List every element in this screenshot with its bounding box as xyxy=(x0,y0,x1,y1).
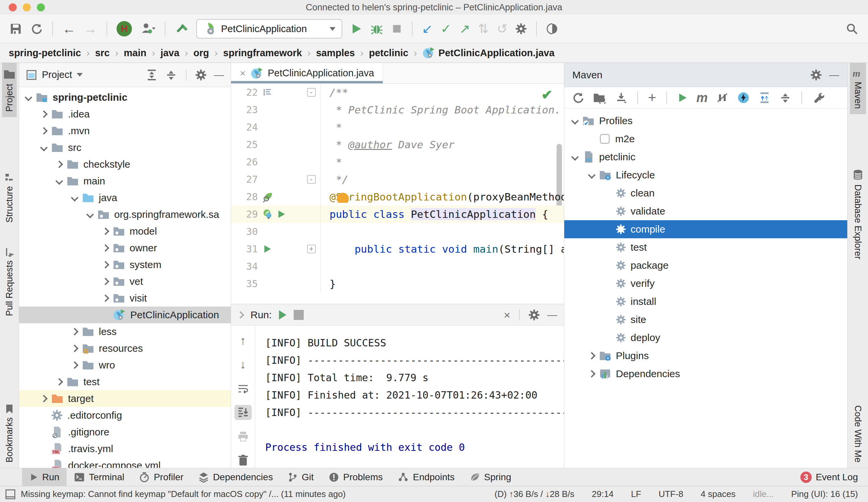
tree-item-target[interactable]: target xyxy=(19,390,231,407)
tree-item-src[interactable]: src xyxy=(19,139,231,156)
add-maven-project-icon[interactable]: + xyxy=(648,91,657,105)
scroll-to-end-icon[interactable] xyxy=(235,405,252,420)
stripe-tab-pull-requests[interactable]: Pull Requests xyxy=(3,242,16,322)
tree-chevron-icon[interactable] xyxy=(71,194,79,202)
tree-chevron-icon[interactable] xyxy=(102,228,110,235)
breadcrumb-item[interactable]: petclinic xyxy=(369,48,409,59)
stripe-tab-maven[interactable]: mMaven xyxy=(850,63,866,114)
tree-item-lifecycle[interactable]: Lifecycle xyxy=(564,166,847,184)
user-dropdown-icon[interactable] xyxy=(140,22,155,35)
code-text[interactable]: * PetClinic Spring Boot Application. xyxy=(321,104,564,116)
spring-bean-gutter-icon[interactable] xyxy=(262,209,274,220)
tree-item-owner[interactable]: owner xyxy=(19,240,231,257)
editor-line[interactable]: 27- */ xyxy=(231,171,564,188)
code-text[interactable]: /** xyxy=(321,86,564,98)
tree-item--idea[interactable]: .idea xyxy=(19,106,231,123)
hide-panel-icon[interactable]: — xyxy=(214,70,224,80)
editor-line[interactable]: 26 * xyxy=(231,153,564,171)
tree-chevron-icon[interactable] xyxy=(71,362,79,369)
scroll-down-icon[interactable]: ↓ xyxy=(235,357,252,373)
tree-chevron-icon[interactable] xyxy=(588,171,596,179)
tree-item-model[interactable]: model xyxy=(19,223,231,240)
push-icon[interactable]: ↗ xyxy=(459,22,470,35)
tree-item--gitignore[interactable]: .gitignore xyxy=(19,424,231,440)
run-settings-gear-icon[interactable] xyxy=(528,309,540,321)
toolwindow-tab-terminal[interactable]: Terminal xyxy=(66,468,132,486)
code-text[interactable]: public class PetClinicApplication { xyxy=(321,208,564,220)
code-editor[interactable]: ✔ 22-/**23 * PetClinic Spring Boot Appli… xyxy=(231,84,564,304)
editor-line[interactable]: 34 xyxy=(231,258,564,275)
tree-item-test[interactable]: test xyxy=(19,374,231,390)
tree-chevron-icon[interactable] xyxy=(102,244,110,252)
breadcrumb-item[interactable]: java xyxy=(161,48,179,59)
run-maven-goal-icon[interactable] xyxy=(677,92,688,103)
stripe-tab-structure[interactable]: Structure xyxy=(3,167,16,228)
stripe-tab-code-with-me[interactable]: Code With Me xyxy=(851,397,864,468)
close-run-panel-icon[interactable]: × xyxy=(504,309,510,321)
tree-chevron-icon[interactable] xyxy=(40,127,48,135)
tree-item-verify[interactable]: verify xyxy=(564,274,847,293)
tree-item-package[interactable]: package xyxy=(564,257,847,274)
maven-settings-gear-icon[interactable] xyxy=(810,69,822,81)
stop-button[interactable] xyxy=(391,23,403,34)
settings-gear-icon[interactable] xyxy=(515,23,527,34)
status-item[interactable]: UTF-8 xyxy=(659,489,683,499)
breadcrumb-item[interactable]: main xyxy=(124,48,146,59)
toolwindow-tab-git[interactable]: Git xyxy=(280,468,321,486)
tree-chevron-icon[interactable] xyxy=(102,278,110,285)
tree-item-dependencies[interactable]: Dependencies xyxy=(564,365,847,383)
update-project-icon[interactable]: ↙ xyxy=(422,22,433,35)
debug-button[interactable] xyxy=(370,22,383,35)
download-sources-icon[interactable] xyxy=(615,92,627,104)
tree-item-wro[interactable]: wro xyxy=(19,357,231,374)
tree-chevron-icon[interactable] xyxy=(102,294,110,302)
panel-settings-gear-icon[interactable] xyxy=(195,69,207,81)
tree-item--mvn[interactable]: .mvn xyxy=(19,123,231,139)
project-panel-title[interactable]: Project xyxy=(42,69,72,80)
breadcrumb-item[interactable]: org xyxy=(194,48,209,59)
back-icon[interactable]: ← xyxy=(62,22,76,35)
intention-bulb-icon[interactable] xyxy=(337,193,349,203)
stripe-tab-database-explorer[interactable]: Database Explorer xyxy=(851,164,864,265)
code-text[interactable]: public static void main(String[] args) { xyxy=(321,243,564,255)
collapse-all-icon[interactable] xyxy=(779,92,791,104)
toolwindow-tab-endpoints[interactable]: Endpoints xyxy=(390,468,462,486)
scroll-up-icon[interactable]: ↑ xyxy=(235,333,252,348)
rollback-icon[interactable]: ↺ xyxy=(497,22,507,35)
tree-item-clean[interactable]: clean xyxy=(564,184,847,202)
reimport-maven-icon[interactable] xyxy=(572,91,585,104)
status-item[interactable]: 4 spaces xyxy=(701,489,735,499)
tree-item-validate[interactable]: validate xyxy=(564,202,847,220)
tree-chevron-icon[interactable] xyxy=(25,94,32,102)
tree-item-petclinic[interactable]: mpetclinic xyxy=(564,148,847,166)
tree-chevron-icon[interactable] xyxy=(55,378,63,386)
editor-tab[interactable]: × PetClinicApplication.java xyxy=(231,63,383,83)
execute-maven-goal-icon[interactable]: m xyxy=(696,91,708,104)
tree-item-visit[interactable]: visit xyxy=(19,290,231,306)
stripe-tab-project[interactable]: Project xyxy=(2,63,17,117)
avatar[interactable]: H xyxy=(116,21,132,36)
status-item[interactable]: idle... xyxy=(753,489,774,499)
tree-item-test[interactable]: test xyxy=(564,238,847,257)
tree-item-profiles[interactable]: Profiles xyxy=(564,112,847,130)
tree-chevron-icon[interactable] xyxy=(40,395,48,402)
collapse-all-icon[interactable] xyxy=(165,69,177,81)
toolwindow-tab-profiler[interactable]: Profiler xyxy=(132,468,191,486)
event-log-button[interactable]: 3Event Log xyxy=(800,472,858,483)
breadcrumb-item[interactable]: samples xyxy=(316,48,355,59)
chevron-right-icon[interactable] xyxy=(237,311,245,318)
stop-icon[interactable] xyxy=(294,310,304,320)
code-text[interactable]: * xyxy=(321,156,564,168)
tree-item-compile[interactable]: compile xyxy=(564,220,847,238)
code-with-me-icon[interactable] xyxy=(546,23,558,35)
run-gutter-icon[interactable] xyxy=(262,244,272,254)
breadcrumb-item[interactable]: springframework xyxy=(223,48,302,59)
tree-chevron-icon[interactable] xyxy=(55,161,63,168)
tree-item-deploy[interactable]: deploy xyxy=(564,329,847,347)
editor-line[interactable]: 23 * PetClinic Spring Boot Application. xyxy=(231,101,564,118)
toolwindow-tab-run[interactable]: Run xyxy=(22,468,66,486)
sync-icon[interactable] xyxy=(30,22,43,35)
expand-all-icon[interactable] xyxy=(758,92,771,104)
tree-item-spring-petclinic[interactable]: spring-petclinic xyxy=(19,89,231,106)
code-text[interactable]: */ xyxy=(321,173,564,185)
